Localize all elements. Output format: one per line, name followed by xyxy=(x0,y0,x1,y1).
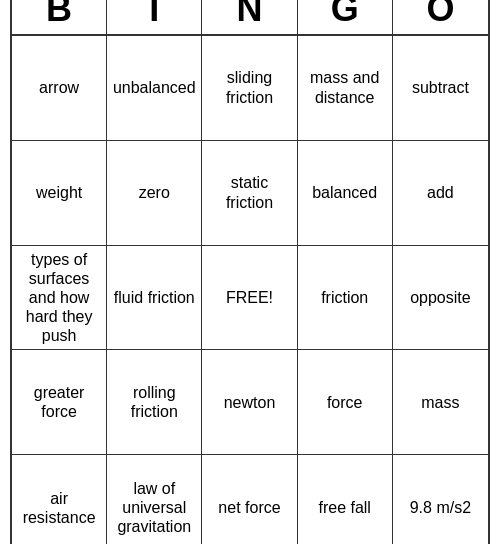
bingo-cell: zero xyxy=(107,141,202,246)
cell-text: zero xyxy=(139,183,170,202)
bingo-cell: subtract xyxy=(393,36,488,141)
bingo-cell: types of surfaces and how hard they push xyxy=(12,246,107,351)
cell-text: net force xyxy=(218,498,280,517)
header-letter: O xyxy=(393,0,488,34)
bingo-cell: fluid friction xyxy=(107,246,202,351)
cell-text: unbalanced xyxy=(113,78,196,97)
cell-text: force xyxy=(327,393,363,412)
bingo-cell: friction xyxy=(298,246,393,351)
bingo-cell: newton xyxy=(202,350,297,455)
bingo-cell: balanced xyxy=(298,141,393,246)
cell-text: subtract xyxy=(412,78,469,97)
bingo-cell: law of universal gravitation xyxy=(107,455,202,544)
cell-text: greater force xyxy=(16,383,102,421)
cell-text: FREE! xyxy=(226,288,273,307)
bingo-cell: sliding friction xyxy=(202,36,297,141)
bingo-cell: add xyxy=(393,141,488,246)
cell-text: air resistance xyxy=(16,489,102,527)
cell-text: fluid friction xyxy=(114,288,195,307)
bingo-cell: arrow xyxy=(12,36,107,141)
cell-text: static friction xyxy=(206,173,292,211)
cell-text: arrow xyxy=(39,78,79,97)
cell-text: rolling friction xyxy=(111,383,197,421)
bingo-cell: unbalanced xyxy=(107,36,202,141)
bingo-header: BINGO xyxy=(12,0,488,36)
bingo-cell: air resistance xyxy=(12,455,107,544)
cell-text: balanced xyxy=(312,183,377,202)
header-letter: G xyxy=(298,0,393,34)
cell-text: opposite xyxy=(410,288,471,307)
bingo-cell: force xyxy=(298,350,393,455)
bingo-grid: arrowunbalancedsliding frictionmass and … xyxy=(12,36,488,544)
bingo-cell: 9.8 m/s2 xyxy=(393,455,488,544)
cell-text: newton xyxy=(224,393,276,412)
bingo-cell: static friction xyxy=(202,141,297,246)
cell-text: types of surfaces and how hard they push xyxy=(16,250,102,346)
cell-text: add xyxy=(427,183,454,202)
bingo-cell: opposite xyxy=(393,246,488,351)
cell-text: friction xyxy=(321,288,368,307)
cell-text: mass xyxy=(421,393,459,412)
bingo-cell: greater force xyxy=(12,350,107,455)
cell-text: weight xyxy=(36,183,82,202)
cell-text: free fall xyxy=(318,498,370,517)
bingo-cell: net force xyxy=(202,455,297,544)
cell-text: 9.8 m/s2 xyxy=(410,498,471,517)
bingo-cell: weight xyxy=(12,141,107,246)
cell-text: mass and distance xyxy=(302,68,388,106)
bingo-card: BINGO arrowunbalancedsliding frictionmas… xyxy=(10,0,490,544)
bingo-cell: mass xyxy=(393,350,488,455)
bingo-cell: free fall xyxy=(298,455,393,544)
header-letter: N xyxy=(202,0,297,34)
cell-text: sliding friction xyxy=(206,68,292,106)
bingo-cell: rolling friction xyxy=(107,350,202,455)
bingo-cell: mass and distance xyxy=(298,36,393,141)
header-letter: B xyxy=(12,0,107,34)
header-letter: I xyxy=(107,0,202,34)
cell-text: law of universal gravitation xyxy=(111,479,197,537)
bingo-cell: FREE! xyxy=(202,246,297,351)
